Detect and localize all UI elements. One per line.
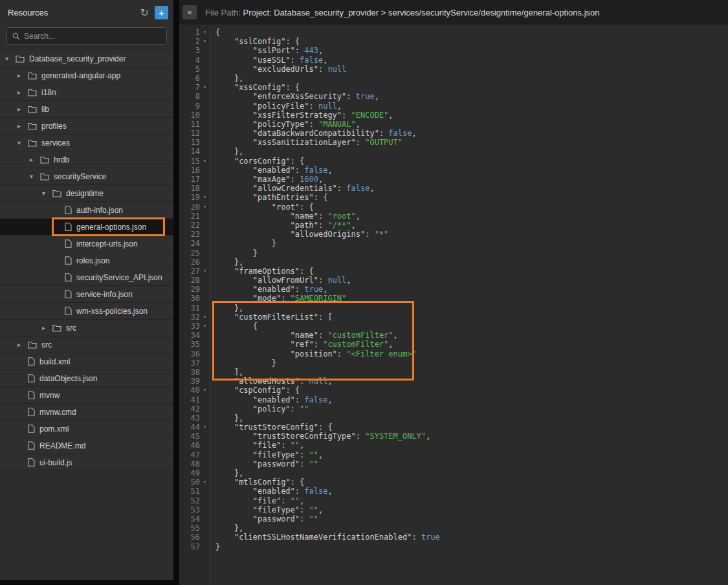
code-line-30[interactable]: "mode": "SAMEORIGIN" xyxy=(215,294,728,303)
tree-file-build.xml[interactable]: build.xml xyxy=(0,353,173,370)
code-line-23[interactable]: "allowedOrigins": "*" xyxy=(215,230,728,239)
chevron-right-icon[interactable]: ▸ xyxy=(17,105,28,113)
tree-file-pom.xml[interactable]: pom.xml xyxy=(0,421,173,437)
tree-file-roles.json[interactable]: roles.json xyxy=(0,252,173,269)
code-line-1[interactable]: { xyxy=(215,28,728,37)
code-line-34[interactable]: "name": "customFilter", xyxy=(215,331,728,340)
tree-folder-designtime[interactable]: ▾designtime xyxy=(0,185,173,202)
code-line-52[interactable]: "file": "", xyxy=(215,496,728,505)
code-line-49[interactable]: }, xyxy=(215,469,728,478)
code-line-8[interactable]: "enforceXssSecurity": true, xyxy=(215,92,728,101)
code-line-37[interactable]: } xyxy=(215,359,728,368)
refresh-icon[interactable]: ↻ xyxy=(140,6,149,19)
tree-file-mvnw.cmd[interactable]: mvnw.cmd xyxy=(0,404,173,421)
tree-file-service-info.json[interactable]: service-info.json xyxy=(0,286,173,303)
code-line-28[interactable]: "allowFromUrl": null, xyxy=(215,276,728,285)
code-pane[interactable]: { "sslConfig": { "sslPort": 443, "useSSL… xyxy=(210,25,728,585)
chevron-right-icon[interactable]: ▸ xyxy=(42,324,52,331)
code-line-55[interactable]: }, xyxy=(215,524,728,533)
code-line-13[interactable]: "xssSanitizationLayer": "OUTPUT" xyxy=(215,138,728,147)
code-line-53[interactable]: "fileType": "", xyxy=(215,505,728,514)
fold-arrow-icon[interactable]: ▾ xyxy=(200,322,210,331)
code-line-51[interactable]: "enabled": false, xyxy=(215,487,728,496)
code-line-45[interactable]: "trustStoreConfigType": "SYSTEM_ONLY", xyxy=(215,432,728,441)
code-line-7[interactable]: "xssConfig": { xyxy=(215,83,728,92)
code-line-18[interactable]: "allowCredentials": false, xyxy=(215,184,728,193)
code-line-38[interactable]: ], xyxy=(215,368,728,377)
chevron-down-icon[interactable]: ▾ xyxy=(30,173,40,180)
code-line-15[interactable]: "corsConfig": { xyxy=(215,157,728,166)
code-line-16[interactable]: "enabled": false, xyxy=(215,166,728,175)
code-line-2[interactable]: "sslConfig": { xyxy=(215,37,728,46)
tree-file-auth-info.json[interactable]: auth-info.json xyxy=(0,202,173,219)
fold-arrow-icon[interactable]: ▾ xyxy=(200,37,210,46)
fold-arrow-icon[interactable]: ▾ xyxy=(200,28,210,37)
code-line-22[interactable]: "path": "/**", xyxy=(215,221,728,230)
fold-arrow-icon[interactable]: ▾ xyxy=(200,267,210,276)
code-line-44[interactable]: "trustStoreConfig": { xyxy=(215,423,728,432)
code-line-4[interactable]: "useSSL": false, xyxy=(215,56,728,65)
vertical-scrollbar-track[interactable] xyxy=(173,0,179,585)
code-line-26[interactable]: }, xyxy=(215,258,728,267)
chevron-down-icon[interactable]: ▾ xyxy=(42,190,52,197)
chevron-down-icon[interactable]: ▾ xyxy=(17,139,28,146)
horizontal-scrollbar-track[interactable] xyxy=(0,580,173,585)
code-line-12[interactable]: "dataBackwardCompatibility": false, xyxy=(215,129,728,138)
code-line-6[interactable]: }, xyxy=(215,74,728,83)
code-line-14[interactable]: }, xyxy=(215,147,728,156)
tree-folder-src[interactable]: ▸src xyxy=(0,320,173,337)
fold-arrow-icon[interactable]: ▾ xyxy=(200,193,210,202)
fold-arrow-icon[interactable]: ▾ xyxy=(200,386,210,395)
search-input[interactable] xyxy=(24,32,161,41)
tree-folder-profiles[interactable]: ▸profiles xyxy=(0,118,173,135)
tree-file-securityService_API.json[interactable]: securityService_API.json xyxy=(0,269,173,286)
fold-arrow-icon[interactable]: ▾ xyxy=(200,203,210,212)
fold-arrow-icon[interactable]: ▾ xyxy=(200,157,210,166)
fold-arrow-icon[interactable]: ▾ xyxy=(200,423,210,432)
tree-file-wm-xss-policies.json[interactable]: wm-xss-policies.json xyxy=(0,303,173,320)
code-line-48[interactable]: "password": "" xyxy=(215,459,728,469)
code-line-29[interactable]: "enabled": true, xyxy=(215,285,728,294)
collapse-panel-button[interactable]: « xyxy=(182,5,197,19)
code-line-19[interactable]: "pathEntries": { xyxy=(215,193,728,202)
code-line-57[interactable]: } xyxy=(215,542,728,551)
tree-folder-i18n[interactable]: ▸i18n xyxy=(0,84,173,101)
tree-file-general-options.json[interactable]: general-options.json xyxy=(0,219,173,236)
fold-arrow-icon[interactable]: ▾ xyxy=(200,478,210,487)
code-line-3[interactable]: "sslPort": 443, xyxy=(215,46,728,55)
code-line-43[interactable]: }, xyxy=(215,414,728,423)
code-line-11[interactable]: "policyType": "MANUAL", xyxy=(215,120,728,129)
tree-file-mvnw[interactable]: mvnw xyxy=(0,387,173,404)
code-line-50[interactable]: "mtlsConfig": { xyxy=(215,478,728,487)
code-line-36[interactable]: "position": "<Filter enum>" xyxy=(215,349,728,359)
code-line-17[interactable]: "maxAge": 1600, xyxy=(215,175,728,184)
code-line-9[interactable]: "policyFile": null, xyxy=(215,102,728,111)
code-line-41[interactable]: "enabled": false, xyxy=(215,395,728,404)
tree-folder-hrdb[interactable]: ▸hrdb xyxy=(0,151,173,168)
tree-folder-Database_security_provider[interactable]: ▾Database_security_provider xyxy=(0,50,173,67)
add-resource-button[interactable]: + xyxy=(155,6,168,19)
tree-folder-securityService[interactable]: ▾securityService xyxy=(0,168,173,185)
code-line-47[interactable]: "fileType": "", xyxy=(215,450,728,459)
tree-folder-services[interactable]: ▾services xyxy=(0,135,173,151)
tree-file-dataObjects.json[interactable]: dataObjects.json xyxy=(0,370,173,387)
code-line-20[interactable]: "root": { xyxy=(215,203,728,212)
code-line-35[interactable]: "ref": "customFilter", xyxy=(215,340,728,349)
chevron-right-icon[interactable]: ▸ xyxy=(17,89,28,96)
code-line-42[interactable]: "policy": "" xyxy=(215,404,728,414)
chevron-right-icon[interactable]: ▸ xyxy=(30,156,40,163)
tree-folder-generated-angular-app[interactable]: ▸generated-angular-app xyxy=(0,67,173,84)
tree-folder-lib[interactable]: ▸lib xyxy=(0,101,173,118)
fold-arrow-icon[interactable]: ▾ xyxy=(200,83,210,92)
chevron-right-icon[interactable]: ▸ xyxy=(17,72,28,79)
code-line-27[interactable]: "frameOptions": { xyxy=(215,267,728,276)
search-box[interactable] xyxy=(6,27,167,45)
code-line-31[interactable]: }, xyxy=(215,304,728,313)
code-line-33[interactable]: { xyxy=(215,322,728,331)
tree-file-ui-build.js[interactable]: ui-build.js xyxy=(0,454,173,471)
code-line-24[interactable]: } xyxy=(215,239,728,248)
tree-folder-src[interactable]: ▸src xyxy=(0,337,173,353)
code-line-32[interactable]: "customFilterList": [ xyxy=(215,313,728,322)
fold-arrow-icon[interactable]: ▾ xyxy=(200,313,210,322)
code-line-5[interactable]: "excludedUrls": null xyxy=(215,65,728,74)
